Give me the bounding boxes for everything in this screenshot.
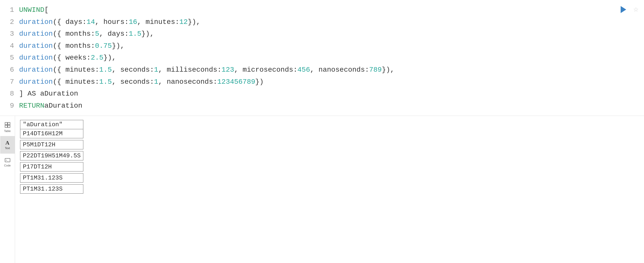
table-view-icon (5, 122, 10, 128)
code-token: , days: (99, 28, 129, 40)
code-token: ({ months: (53, 40, 95, 52)
code-view-icon: >_ (5, 158, 10, 163)
code-editor: 1UNWIND [2duration({ days: 14, hours:16,… (0, 0, 644, 116)
code-token: [ (44, 4, 49, 16)
row-separator (20, 183, 83, 185)
line-number: 3 (4, 28, 14, 40)
code-token: ({ days: (53, 16, 86, 28)
star-button[interactable]: ☆ (630, 4, 641, 15)
code-token: }), (382, 64, 394, 76)
code-token: , nanoseconds: (310, 64, 369, 76)
svg-rect-0 (5, 122, 7, 125)
code-token: RETURN (19, 100, 44, 112)
code-line: 7duration({ minutes: 1.5, seconds: 1, na… (4, 76, 629, 88)
code-line: 3duration({ months: 5, days: 1.5 }), (4, 28, 629, 40)
code-token: 1 (154, 76, 158, 88)
code-token: 456 (297, 64, 310, 76)
results-table: "aDuration"P14DT16H12MP5M1DT12HP22DT19H5… (20, 120, 83, 194)
code-token: }), (188, 16, 200, 28)
code-token: , seconds: (112, 76, 154, 88)
code-line: 6duration({ minutes: 1.5, seconds: 1, mi… (4, 64, 629, 76)
code-token: , microseconds: (234, 64, 297, 76)
line-number: 4 (4, 40, 14, 52)
line-number: 7 (4, 76, 14, 88)
table-view-label: Table (4, 129, 11, 133)
row-separator (20, 160, 83, 162)
code-lines: 1UNWIND [2duration({ days: 14, hours:16,… (4, 4, 629, 112)
code-token: 1.5 (99, 64, 112, 76)
code-token: }), (141, 28, 154, 40)
code-token: 0.75 (95, 40, 112, 52)
run-button[interactable] (618, 4, 629, 15)
line-number: 1 (4, 4, 14, 16)
table-cell: P5M1DT12H (20, 140, 83, 149)
line-number: 2 (4, 16, 14, 28)
code-token: , nanoseconds: (158, 76, 217, 88)
view-mode-table-button[interactable]: Table (0, 118, 15, 136)
table-row: PT1M31.123S (20, 185, 83, 194)
table-cell: P17DT12H (20, 162, 83, 171)
line-number: 9 (4, 100, 14, 112)
table-cell: PT1M31.123S (20, 173, 83, 183)
table-results: "aDuration"P14DT16H12MP5M1DT12HP22DT19H5… (15, 116, 644, 263)
code-token: ({ weeks: (53, 52, 91, 64)
code-token: 12 (179, 16, 188, 28)
code-token: 1 (154, 64, 158, 76)
code-token: 123456789 (217, 76, 255, 88)
code-token: 1.5 (129, 28, 141, 40)
code-token: duration (19, 64, 53, 76)
code-line: 8] AS aDuration (4, 88, 629, 100)
code-line: 4duration({ months: 0.75 }), (4, 40, 629, 52)
code-token: 789 (369, 64, 382, 76)
code-token: aDuration (44, 100, 82, 112)
code-token: UNWIND (19, 4, 44, 16)
table-row: P5M1DT12H (20, 140, 83, 149)
code-token: ] AS aDuration (19, 88, 78, 100)
code-token: 16 (129, 16, 137, 28)
code-token: 1.5 (99, 76, 112, 88)
line-number: 8 (4, 88, 14, 100)
table-row: P14DT16H12M (20, 129, 83, 138)
code-line: 5duration({ weeks: 2.5 }), (4, 52, 629, 64)
view-sidebar: TableAText >_ Code (0, 116, 15, 263)
view-mode-text-button[interactable]: AText (0, 136, 15, 154)
table-row: P17DT12H (20, 162, 83, 171)
code-token: , hours: (95, 16, 128, 28)
code-token: }) (255, 76, 264, 88)
code-line: 2duration({ days: 14, hours:16, minutes:… (4, 16, 629, 28)
svg-rect-1 (8, 122, 10, 125)
column-header: "aDuration" (20, 120, 83, 129)
code-token: 123 (222, 64, 234, 76)
code-token: ({ minutes: (53, 64, 99, 76)
svg-text:>_: >_ (6, 159, 9, 161)
code-line: 9RETURN aDuration (4, 100, 629, 112)
row-separator (20, 149, 83, 151)
results-area: TableAText >_ Code "aDuration"P14DT16H12… (0, 116, 644, 263)
code-token: , seconds: (112, 64, 154, 76)
svg-rect-3 (8, 125, 10, 127)
table-cell: P14DT16H12M (20, 129, 83, 138)
table-cell: P22DT19H51M49.5S (20, 151, 83, 160)
code-token: duration (19, 40, 53, 52)
code-token: }), (112, 40, 124, 52)
code-token: duration (19, 28, 53, 40)
text-view-label: Text (5, 147, 10, 150)
code-token: }), (103, 52, 116, 64)
code-token: duration (19, 76, 53, 88)
code-token: , minutes: (137, 16, 179, 28)
code-token: 2.5 (91, 52, 103, 64)
run-icon (621, 6, 626, 13)
code-line: 1UNWIND [ (4, 4, 629, 16)
row-separator (20, 171, 83, 173)
table-row: PT1M31.123S (20, 173, 83, 183)
view-mode-code-button[interactable]: >_ Code (0, 154, 15, 171)
code-token: 5 (95, 28, 99, 40)
text-view-icon: A (6, 140, 10, 146)
code-token: ({ minutes: (53, 76, 99, 88)
line-number: 5 (4, 52, 14, 64)
code-token: , milliseconds: (158, 64, 222, 76)
code-token: ({ months: (53, 28, 95, 40)
code-token: duration (19, 52, 53, 64)
table-cell: PT1M31.123S (20, 185, 83, 194)
svg-rect-2 (5, 125, 7, 127)
